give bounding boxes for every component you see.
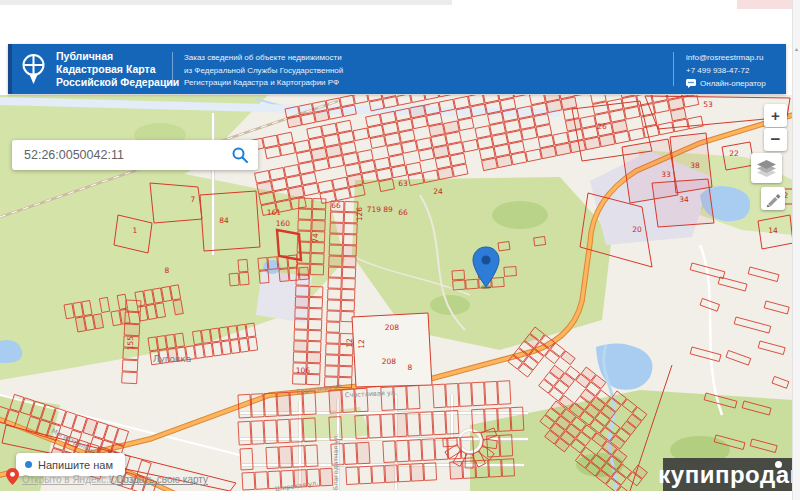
street-name-label: Благодатная ул. <box>332 434 340 491</box>
search-box <box>12 140 258 170</box>
watermark-dot <box>775 461 782 468</box>
brand-line3: Российской Федерации <box>56 76 179 89</box>
scrollbar-up-arrow[interactable]: ▲ <box>793 46 800 52</box>
brand: Публичная Кадастровая Карта Российской Ф… <box>20 44 179 94</box>
parcel-number-label: 14 <box>768 226 778 235</box>
parcel-number-label: 719 <box>367 205 382 214</box>
parcel-number-label: 89 <box>383 205 393 214</box>
zoom-in-button[interactable]: + <box>764 104 787 127</box>
measure-button[interactable] <box>761 187 785 210</box>
parcel-number-label: 8 <box>165 266 170 275</box>
browser-chrome-bar <box>0 0 452 5</box>
layers-icon <box>757 160 776 177</box>
parcel-number-label: 53 <box>703 100 713 109</box>
brand-line2: Кадастровая Карта <box>56 63 179 76</box>
search-input[interactable] <box>22 147 232 163</box>
subtitle-line1: Заказ сведений об объекте недвижимости <box>184 52 344 65</box>
header-subtitle: Заказ сведений об объекте недвижимости и… <box>184 52 344 90</box>
browser-scrollbar[interactable]: ▲ <box>792 0 800 500</box>
parcel-number-label: 24 <box>433 187 443 196</box>
search-icon[interactable] <box>232 147 248 163</box>
contact-email[interactable]: info@rosreestrmap.ru <box>686 53 763 62</box>
online-dot-icon <box>25 461 32 468</box>
parcel-number-label: 161 <box>267 208 282 217</box>
parcel-number-label: 63 <box>398 179 408 188</box>
layers-button[interactable] <box>751 153 782 183</box>
parcel-number-label: 12 <box>357 339 366 349</box>
bottom-strip <box>0 491 800 500</box>
header-contact: info@rosreestrmap.ru +7 499 938-47-72 Он… <box>686 51 766 90</box>
write-us-button[interactable]: Напишите нам <box>16 453 125 476</box>
zoom-out-button[interactable]: − <box>764 128 787 151</box>
parcel-number-label: 26 <box>597 122 607 131</box>
parcel-number-label: 34 <box>679 195 689 204</box>
subtitle-line2: из Федеральной Службы Государственной <box>184 65 344 78</box>
parcel-number-label: 33 <box>661 170 671 179</box>
watermark: купипродай <box>663 458 800 492</box>
parcel-number-label: 208 <box>382 357 397 366</box>
header-divider <box>673 52 674 86</box>
online-operator-button[interactable]: Онлайн-оператор <box>686 77 766 90</box>
parcel-number-label: 38 <box>690 161 700 170</box>
parcel-number-label: 66 <box>331 201 341 210</box>
parcel-number-label: 74 <box>311 233 320 243</box>
online-operator-label: Онлайн-оператор <box>700 77 766 90</box>
parcel-number-label: 20 <box>632 225 642 234</box>
browser-chrome-button <box>737 0 793 9</box>
parcel-number-label: 22 <box>729 149 739 158</box>
parcel-number-label: 126 <box>355 207 364 222</box>
write-us-label: Напишите нам <box>38 459 113 471</box>
parcel-number-label: 155 <box>126 336 135 351</box>
contact-phone[interactable]: +7 499 938-47-72 <box>686 66 749 75</box>
create-own-map-link[interactable]: Создать свою карту <box>116 474 208 485</box>
pencil-icon <box>765 191 781 207</box>
parcel-number-label: 208 <box>385 323 400 332</box>
brand-logo-icon <box>20 52 47 87</box>
header-divider <box>172 52 173 86</box>
brand-line1: Публичная <box>56 50 179 63</box>
parcel-number-label: 12 <box>345 338 354 348</box>
yandex-pin-icon <box>6 468 19 485</box>
app-header: Публичная Кадастровая Карта Российской Ф… <box>8 44 786 94</box>
parcel-number-label: 1 <box>133 226 138 235</box>
subtitle-line3: Регистрации Кадастра и Картографии РФ <box>184 77 344 90</box>
parcel-number-label: 160 <box>276 219 291 228</box>
parcel-number-label: 66 <box>398 208 408 217</box>
parcel-number-label: 8 <box>408 363 413 372</box>
parcel-number-label: 106 <box>296 366 311 375</box>
place-name-label: Луговка <box>153 354 192 364</box>
chat-icon <box>686 79 696 88</box>
parcel-number-label: 7 <box>191 195 196 204</box>
parcel-number-label: 84 <box>219 216 229 225</box>
